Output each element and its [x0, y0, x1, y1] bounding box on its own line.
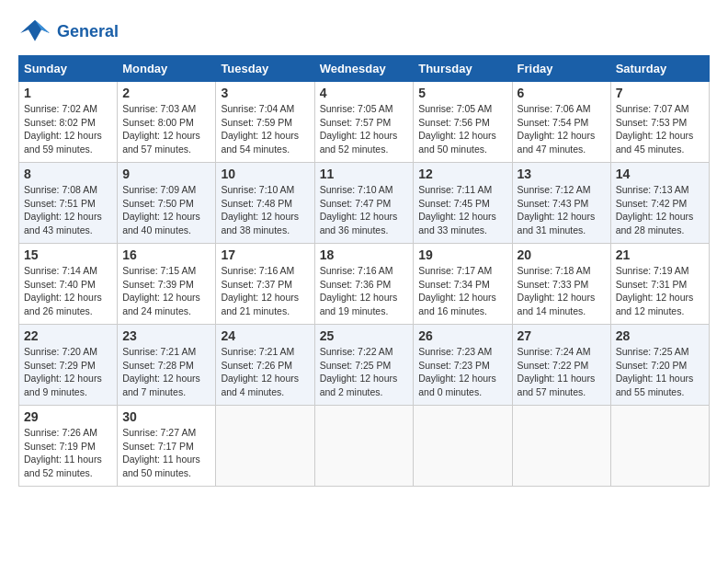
day-info: Sunrise: 7:18 AMSunset: 7:33 PMDaylight:…	[518, 265, 596, 316]
calendar-week-row: 8 Sunrise: 7:08 AMSunset: 7:51 PMDayligh…	[19, 163, 710, 244]
day-number: 18	[320, 247, 409, 262]
column-header-thursday: Thursday	[414, 56, 512, 82]
day-number: 23	[122, 328, 210, 343]
day-info: Sunrise: 7:05 AMSunset: 7:56 PMDaylight:…	[418, 103, 496, 155]
day-info: Sunrise: 7:04 AMSunset: 7:59 PMDaylight:…	[221, 103, 299, 155]
calendar-cell: 27 Sunrise: 7:24 AMSunset: 7:22 PMDaylig…	[512, 325, 610, 406]
calendar-week-row: 22 Sunrise: 7:20 AMSunset: 7:29 PMDaylig…	[19, 325, 710, 406]
day-number: 10	[221, 167, 309, 181]
calendar-cell: 16 Sunrise: 7:15 AMSunset: 7:39 PMDaylig…	[118, 244, 216, 325]
calendar-table: SundayMondayTuesdayWednesdayThursdayFrid…	[18, 55, 710, 487]
calendar-cell: 19 Sunrise: 7:17 AMSunset: 7:34 PMDaylig…	[414, 244, 512, 325]
calendar-cell: 8 Sunrise: 7:08 AMSunset: 7:51 PMDayligh…	[19, 163, 118, 244]
calendar-cell: 10 Sunrise: 7:10 AMSunset: 7:48 PMDaylig…	[216, 163, 314, 244]
day-info: Sunrise: 7:10 AMSunset: 7:48 PMDaylight:…	[221, 184, 299, 236]
day-info: Sunrise: 7:23 AMSunset: 7:23 PMDaylight:…	[418, 346, 496, 397]
day-number: 15	[24, 247, 112, 262]
calendar-cell: 26 Sunrise: 7:23 AMSunset: 7:23 PMDaylig…	[414, 325, 512, 406]
day-info: Sunrise: 7:22 AMSunset: 7:25 PMDaylight:…	[320, 346, 398, 397]
day-number: 14	[616, 167, 704, 181]
calendar-cell: 14 Sunrise: 7:13 AMSunset: 7:42 PMDaylig…	[610, 163, 709, 244]
calendar-cell: 30 Sunrise: 7:27 AMSunset: 7:17 PMDaylig…	[118, 406, 216, 487]
day-number: 26	[418, 328, 506, 343]
calendar-cell: 15 Sunrise: 7:14 AMSunset: 7:40 PMDaylig…	[19, 244, 118, 325]
day-info: Sunrise: 7:07 AMSunset: 7:53 PMDaylight:…	[616, 103, 694, 155]
day-number: 6	[518, 86, 606, 100]
calendar-cell: 17 Sunrise: 7:16 AMSunset: 7:37 PMDaylig…	[216, 244, 314, 325]
column-header-tuesday: Tuesday	[216, 56, 314, 82]
day-number: 7	[616, 86, 704, 100]
calendar-cell: 9 Sunrise: 7:09 AMSunset: 7:50 PMDayligh…	[118, 163, 216, 244]
day-info: Sunrise: 7:16 AMSunset: 7:36 PMDaylight:…	[320, 265, 398, 316]
logo: General	[18, 18, 119, 46]
calendar-week-row: 15 Sunrise: 7:14 AMSunset: 7:40 PMDaylig…	[19, 244, 710, 325]
day-number: 16	[122, 247, 210, 262]
calendar-cell: 29 Sunrise: 7:26 AMSunset: 7:19 PMDaylig…	[19, 406, 118, 487]
calendar-cell: 24 Sunrise: 7:21 AMSunset: 7:26 PMDaylig…	[216, 325, 314, 406]
day-info: Sunrise: 7:19 AMSunset: 7:31 PMDaylight:…	[616, 265, 694, 316]
day-number: 17	[221, 247, 309, 262]
day-info: Sunrise: 7:03 AMSunset: 8:00 PMDaylight:…	[122, 103, 200, 155]
day-info: Sunrise: 7:17 AMSunset: 7:34 PMDaylight:…	[418, 265, 496, 316]
day-info: Sunrise: 7:26 AMSunset: 7:19 PMDaylight:…	[24, 427, 102, 478]
day-info: Sunrise: 7:02 AMSunset: 8:02 PMDaylight:…	[24, 103, 102, 155]
calendar-cell: 12 Sunrise: 7:11 AMSunset: 7:45 PMDaylig…	[414, 163, 512, 244]
day-info: Sunrise: 7:16 AMSunset: 7:37 PMDaylight:…	[221, 265, 299, 316]
column-header-saturday: Saturday	[610, 56, 709, 82]
calendar-cell: 21 Sunrise: 7:19 AMSunset: 7:31 PMDaylig…	[610, 244, 709, 325]
day-info: Sunrise: 7:21 AMSunset: 7:26 PMDaylight:…	[221, 346, 299, 397]
day-info: Sunrise: 7:13 AMSunset: 7:42 PMDaylight:…	[616, 184, 694, 236]
logo-text: General	[57, 23, 119, 41]
calendar-cell: 6 Sunrise: 7:06 AMSunset: 7:54 PMDayligh…	[512, 82, 610, 163]
calendar-cell: 2 Sunrise: 7:03 AMSunset: 8:00 PMDayligh…	[118, 82, 216, 163]
day-info: Sunrise: 7:20 AMSunset: 7:29 PMDaylight:…	[24, 346, 102, 397]
calendar-cell: 23 Sunrise: 7:21 AMSunset: 7:28 PMDaylig…	[118, 325, 216, 406]
logo-icon	[18, 18, 51, 46]
day-info: Sunrise: 7:15 AMSunset: 7:39 PMDaylight:…	[122, 265, 200, 316]
day-number: 3	[221, 86, 309, 100]
calendar-week-row: 29 Sunrise: 7:26 AMSunset: 7:19 PMDaylig…	[19, 406, 710, 487]
day-info: Sunrise: 7:10 AMSunset: 7:47 PMDaylight:…	[320, 184, 398, 236]
day-info: Sunrise: 7:08 AMSunset: 7:51 PMDaylight:…	[24, 184, 102, 236]
calendar-cell: 7 Sunrise: 7:07 AMSunset: 7:53 PMDayligh…	[610, 82, 709, 163]
calendar-cell: 25 Sunrise: 7:22 AMSunset: 7:25 PMDaylig…	[314, 325, 414, 406]
day-number: 1	[24, 86, 112, 100]
day-number: 8	[24, 167, 112, 181]
day-number: 11	[320, 167, 409, 181]
calendar-cell: 4 Sunrise: 7:05 AMSunset: 7:57 PMDayligh…	[314, 82, 414, 163]
day-number: 5	[418, 86, 506, 100]
day-info: Sunrise: 7:09 AMSunset: 7:50 PMDaylight:…	[122, 184, 200, 236]
calendar-week-row: 1 Sunrise: 7:02 AMSunset: 8:02 PMDayligh…	[19, 82, 710, 163]
day-number: 28	[616, 328, 704, 343]
day-number: 9	[122, 167, 210, 181]
calendar-cell	[314, 406, 414, 487]
day-info: Sunrise: 7:21 AMSunset: 7:28 PMDaylight:…	[122, 346, 200, 397]
column-header-monday: Monday	[118, 56, 216, 82]
day-number: 13	[518, 167, 606, 181]
day-info: Sunrise: 7:24 AMSunset: 7:22 PMDaylight:…	[518, 346, 596, 397]
column-header-wednesday: Wednesday	[314, 56, 414, 82]
day-info: Sunrise: 7:25 AMSunset: 7:20 PMDaylight:…	[616, 346, 694, 397]
calendar-cell	[216, 406, 314, 487]
calendar-cell: 20 Sunrise: 7:18 AMSunset: 7:33 PMDaylig…	[512, 244, 610, 325]
calendar-cell: 11 Sunrise: 7:10 AMSunset: 7:47 PMDaylig…	[314, 163, 414, 244]
calendar-header-row: SundayMondayTuesdayWednesdayThursdayFrid…	[19, 56, 710, 82]
calendar-cell	[610, 406, 709, 487]
calendar-cell	[512, 406, 610, 487]
column-header-sunday: Sunday	[19, 56, 118, 82]
page-header: General	[18, 18, 710, 46]
calendar-cell: 13 Sunrise: 7:12 AMSunset: 7:43 PMDaylig…	[512, 163, 610, 244]
day-number: 21	[616, 247, 704, 262]
calendar-cell: 18 Sunrise: 7:16 AMSunset: 7:36 PMDaylig…	[314, 244, 414, 325]
calendar-cell: 28 Sunrise: 7:25 AMSunset: 7:20 PMDaylig…	[610, 325, 709, 406]
day-number: 30	[122, 409, 210, 424]
day-number: 12	[418, 167, 506, 181]
calendar-cell: 1 Sunrise: 7:02 AMSunset: 8:02 PMDayligh…	[19, 82, 118, 163]
day-number: 2	[122, 86, 210, 100]
day-info: Sunrise: 7:12 AMSunset: 7:43 PMDaylight:…	[518, 184, 596, 236]
day-number: 29	[24, 409, 112, 424]
day-number: 22	[24, 328, 112, 343]
day-info: Sunrise: 7:05 AMSunset: 7:57 PMDaylight:…	[320, 103, 398, 155]
day-number: 20	[518, 247, 606, 262]
calendar-cell: 5 Sunrise: 7:05 AMSunset: 7:56 PMDayligh…	[414, 82, 512, 163]
